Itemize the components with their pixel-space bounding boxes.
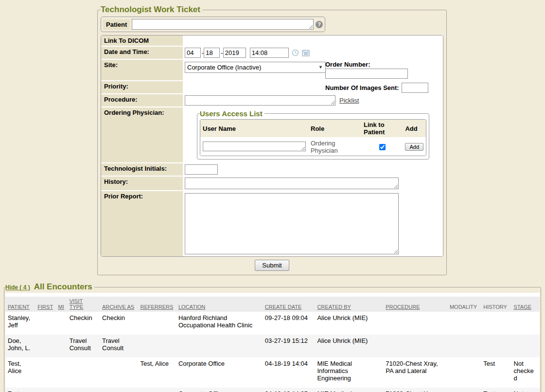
column-header-first[interactable]: FIRST <box>35 297 55 312</box>
patient-label: Patient <box>103 19 130 30</box>
encounter-cell <box>100 357 138 388</box>
column-header-created-by[interactable]: CREATED BY <box>315 297 383 312</box>
site-label: Site: <box>101 60 183 80</box>
column-header-location[interactable]: LOCATION <box>176 297 263 312</box>
link-to-patient-checkbox[interactable] <box>379 144 386 150</box>
encounter-cell: 04-18-19 14:04 <box>263 357 315 388</box>
ual-header-username: User Name <box>200 120 308 138</box>
tech-initials-label: Technologist Initials: <box>101 163 183 176</box>
ordering-physician-label: Ordering Physician: <box>101 107 183 162</box>
encounter-cell <box>481 312 511 335</box>
encounter-cell <box>56 312 67 335</box>
prior-report-input[interactable] <box>185 193 399 254</box>
work-ticket-form: Link To DICOM Date and Time: - - <box>101 35 443 257</box>
column-header-stage[interactable]: STAGE <box>511 297 540 312</box>
history-input[interactable] <box>185 178 399 189</box>
all-encounters-panel: Hide ( 4 ) All Encounters PATIENTFIRSTMI… <box>4 282 541 392</box>
calendar-icon[interactable] <box>302 49 310 58</box>
column-header-archive-as[interactable]: ARCHIVE AS <box>100 297 138 312</box>
tech-initials-input[interactable] <box>185 164 218 175</box>
add-user-button[interactable]: Add <box>405 143 423 151</box>
encounter-cell: MIE Medical Informatics Engineering <box>315 357 383 388</box>
column-header-create-date[interactable]: CREATE DATE <box>263 297 315 312</box>
procedure-row: Procedure: Picklist <box>101 94 443 107</box>
site-row: Site: Corporate Office (Inactive) Order … <box>101 60 443 80</box>
time-input[interactable] <box>250 48 289 58</box>
encounter-cell <box>138 312 176 335</box>
link-to-dicom-label: Link To DICOM <box>101 36 183 46</box>
encounter-cell <box>67 388 100 392</box>
date-month-input[interactable] <box>185 48 201 58</box>
encounter-cell: Corporate Office <box>176 357 263 388</box>
ual-entry-row: Ordering Physician Add <box>200 138 426 156</box>
encounter-cell <box>56 357 67 388</box>
users-access-list-title: Users Access List <box>200 109 264 118</box>
encounter-cell: Doe, John, L. <box>5 335 35 357</box>
encounter-cell: Stanley, Jeff <box>5 312 35 335</box>
encounter-cell: Test, Alice <box>5 388 35 392</box>
encounter-cell <box>138 388 176 392</box>
encounter-cell: Test <box>481 388 511 392</box>
procedure-label: Procedure: <box>101 94 183 107</box>
picklist-link[interactable]: Picklist <box>339 97 359 104</box>
encounter-cell: Alice Uhrick (MIE) <box>315 335 383 357</box>
history-row: History: <box>101 177 443 190</box>
encounter-cell: 71020-Chest Xray, PA and Lateral <box>383 388 447 392</box>
encounter-cell <box>100 388 138 392</box>
patient-row: Patient ? <box>101 17 325 32</box>
date-day-input[interactable] <box>204 48 220 58</box>
encounter-cell <box>35 388 55 392</box>
encounter-cell: Checkin <box>100 312 138 335</box>
priority-row: Priority: Number Of Images Sent: <box>101 81 443 93</box>
images-sent-input[interactable] <box>402 83 428 93</box>
tech-initials-row: Technologist Initials: <box>101 163 443 176</box>
encounter-cell: 03-27-19 15:12 <box>263 335 315 357</box>
column-header-referrers[interactable]: REFERRERS <box>138 297 176 312</box>
user-name-input[interactable] <box>203 142 306 151</box>
encounter-cell <box>138 335 176 357</box>
encounter-row[interactable]: Stanley, JeffCheckinCheckinHanford Richl… <box>5 312 540 335</box>
encounter-cell <box>511 312 540 335</box>
help-icon[interactable]: ? <box>316 21 323 28</box>
hide-encounters-link[interactable]: Hide ( 4 ) <box>5 284 30 291</box>
encounter-row[interactable]: Test, AliceTest, AliceCorporate Office04… <box>5 357 540 388</box>
encounter-cell <box>447 335 481 357</box>
encounter-cell <box>481 335 511 357</box>
role-value: Ordering Physician <box>308 138 361 156</box>
site-select[interactable]: Corporate Office (Inactive) <box>185 62 326 73</box>
technologist-work-ticket-panel: Technologist Work Ticket Patient ? Link … <box>97 5 447 275</box>
encounter-cell: Test, Alice <box>138 357 176 388</box>
encounter-cell <box>447 312 481 335</box>
submit-button[interactable]: Submit <box>255 260 289 271</box>
encounter-cell <box>67 357 100 388</box>
prior-report-label: Prior Report: <box>101 191 183 256</box>
order-number-input[interactable] <box>325 69 408 79</box>
column-header-visit-type[interactable]: VISIT TYPE <box>67 297 100 312</box>
patient-input[interactable] <box>132 19 314 30</box>
encounter-cell: Travel Consult <box>67 335 100 357</box>
procedure-input[interactable] <box>185 95 335 106</box>
encounter-cell <box>56 388 67 392</box>
encounter-cell <box>176 335 263 357</box>
encounter-cell <box>511 335 540 357</box>
encounter-cell: 71020-Chest Xray, PA and Lateral <box>383 357 447 388</box>
images-sent-group: Number Of Images Sent: <box>325 83 428 93</box>
encounter-cell: Not checked <box>511 388 540 392</box>
encounter-cell: 09-27-18 09:04 <box>263 312 315 335</box>
date-year-input[interactable] <box>223 48 246 58</box>
users-access-list-table: User Name Role Link to Patient Add Order… <box>200 119 426 156</box>
encounter-cell <box>35 357 55 388</box>
encounter-cell: MIE Medical Informatics Engineering <box>315 388 383 392</box>
column-header-procedure[interactable]: PROCEDURE <box>383 297 447 312</box>
clock-icon[interactable] <box>292 49 299 58</box>
submit-row: Submit <box>101 257 443 272</box>
encounter-row[interactable]: Doe, John, L.Travel ConsultTravel Consul… <box>5 335 540 357</box>
column-header-mi[interactable]: MI <box>56 297 67 312</box>
date-time-label: Date and Time: <box>101 47 183 59</box>
ordering-physician-row: Ordering Physician: Users Access List Us… <box>101 107 443 162</box>
column-header-patient[interactable]: PATIENT <box>5 297 35 312</box>
column-header-history: HISTORY <box>481 297 511 312</box>
encounter-row[interactable]: Test, AliceCorporate Office04-18-19 14:0… <box>5 388 540 392</box>
encounter-cell <box>35 335 55 357</box>
prior-report-row: Prior Report: <box>101 191 443 256</box>
